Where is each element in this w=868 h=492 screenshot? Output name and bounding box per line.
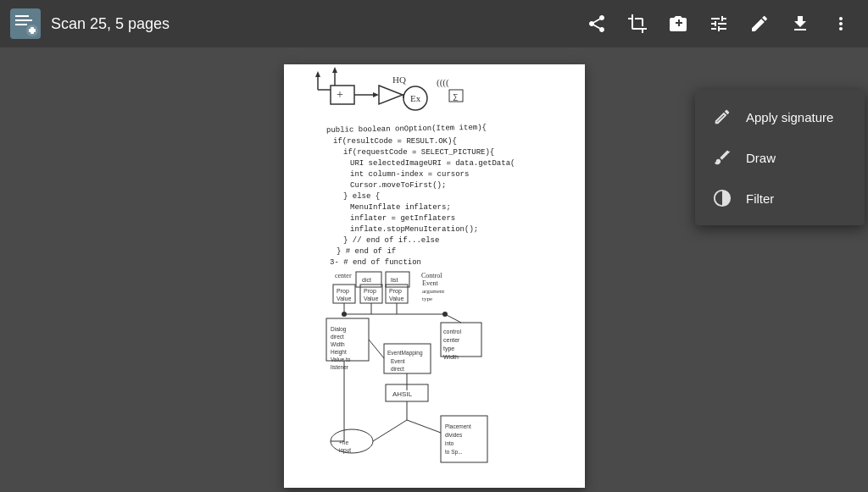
more-options-button[interactable] (824, 7, 858, 41)
svg-text:inflate.stopMenuIteration();: inflate.stopMenuIteration(); (350, 225, 478, 234)
svg-text:Event: Event (391, 358, 405, 364)
svg-rect-2 (15, 19, 32, 21)
toolbar-title: Scan 25, 5 pages (51, 15, 170, 33)
export-button[interactable] (783, 7, 817, 41)
draw-item[interactable]: Draw (695, 137, 865, 178)
svg-text:Prop: Prop (364, 288, 376, 295)
filter-half-icon (712, 188, 732, 208)
toolbar: Scan 25, 5 pages (0, 0, 868, 47)
svg-text:HQ: HQ (392, 75, 406, 85)
svg-text:into: into (445, 440, 454, 446)
share-button[interactable] (580, 7, 614, 41)
svg-text:} # end of if: } # end of if (337, 247, 396, 256)
document-page: + Ex HQ (((( ∑ (284, 64, 585, 488)
svg-text:list: list (391, 277, 398, 283)
svg-text:} else {: } else { (343, 192, 380, 201)
svg-text:((((: (((( (437, 77, 449, 88)
svg-text:Width: Width (331, 341, 345, 347)
svg-text:Prop: Prop (389, 288, 402, 295)
svg-text:Value: Value (389, 296, 403, 301)
svg-rect-6 (29, 29, 36, 32)
svg-rect-1 (15, 15, 29, 17)
svg-text:Placement: Placement (445, 423, 471, 429)
svg-text:int column-index = cursors: int column-index = cursors (350, 170, 469, 179)
main-content: + Ex HQ (((( ∑ (0, 47, 868, 492)
svg-text:Value to: Value to (331, 357, 351, 362)
draw-label: Draw (746, 151, 776, 165)
svg-text:direct: direct (331, 334, 344, 340)
filter-item[interactable]: Filter (695, 178, 865, 218)
pen-button[interactable] (743, 7, 776, 41)
crop-icon (627, 14, 648, 34)
svg-text:listener: listener (331, 364, 349, 370)
svg-text:3- # end of function: 3- # end of function (330, 258, 421, 267)
svg-text:Prop: Prop (337, 288, 349, 295)
adjust-button[interactable] (702, 7, 736, 41)
svg-text:MenuInflate inflaters;: MenuInflate inflaters; (350, 203, 451, 212)
svg-text:Value: Value (364, 296, 378, 301)
svg-text:type: type (422, 296, 432, 302)
dropdown-menu: Apply signature Draw Filter (695, 90, 865, 225)
svg-text:URI selectedImageURI = data.ge: URI selectedImageURI = data.getData( (350, 159, 515, 168)
pen-icon (749, 14, 770, 34)
svg-text:inflater = getInflaters: inflater = getInflaters (350, 214, 455, 223)
camera-add-button[interactable] (661, 7, 695, 41)
svg-text:Dialog: Dialog (331, 326, 347, 333)
svg-text:direct: direct (391, 366, 404, 372)
svg-text:Cursor.moveToFirst();: Cursor.moveToFirst(); (350, 181, 446, 190)
svg-text:type: type (443, 346, 454, 352)
svg-text:Control: Control (421, 272, 442, 279)
svg-text:center: center (335, 272, 352, 279)
svg-text:Height: Height (331, 349, 347, 356)
svg-text:if(resultCode = RESULT.OK){: if(resultCode = RESULT.OK){ (333, 137, 457, 146)
filter-label: Filter (746, 191, 774, 206)
document-svg: + Ex HQ (((( ∑ (284, 64, 585, 488)
svg-text:to Sp...: to Sp... (445, 449, 463, 456)
signature-icon (712, 107, 732, 127)
more-options-icon (831, 14, 851, 34)
svg-text:if(requestCode = SELECT_PICTUR: if(requestCode = SELECT_PICTURE){ (343, 148, 494, 157)
toolbar-right (580, 7, 858, 41)
draw-icon (712, 147, 732, 168)
svg-text:AHSIL: AHSIL (392, 390, 413, 398)
svg-text:} // end of if...else: } // end of if...else (343, 236, 439, 245)
svg-text:Event: Event (422, 279, 438, 287)
svg-text:Ex: Ex (410, 93, 421, 103)
svg-text:+: + (337, 88, 343, 101)
svg-rect-3 (15, 24, 27, 25)
crop-button[interactable] (620, 7, 654, 41)
export-icon (790, 14, 810, 34)
svg-text:control: control (443, 329, 461, 334)
app-icon (10, 8, 41, 39)
toolbar-left: Scan 25, 5 pages (10, 8, 580, 39)
camera-add-icon (668, 14, 688, 34)
svg-text:EventMapping: EventMapping (387, 350, 423, 357)
svg-text:argument: argument (422, 288, 444, 295)
apply-signature-item[interactable]: Apply signature (695, 97, 865, 137)
svg-text:dict: dict (362, 277, 371, 283)
svg-text:divides: divides (445, 432, 463, 438)
svg-text:∑: ∑ (453, 92, 458, 101)
apply-signature-label: Apply signature (746, 110, 833, 124)
svg-text:Width: Width (443, 354, 459, 360)
svg-text:input: input (339, 447, 351, 454)
share-icon (587, 14, 607, 34)
svg-text:Value: Value (337, 296, 351, 301)
adjust-icon (709, 14, 729, 34)
svg-text:center: center (443, 337, 460, 343)
